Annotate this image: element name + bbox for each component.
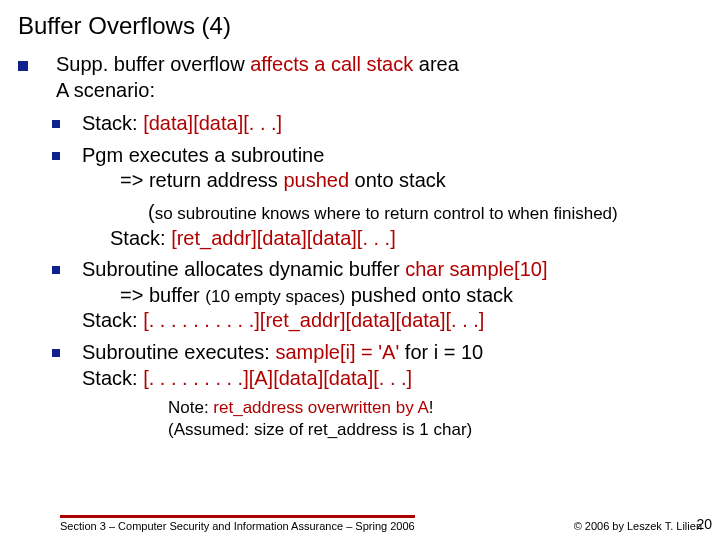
slide-body: Supp. buffer overflow affects a call sta… [18,52,702,441]
text: Stack: [82,367,143,389]
bullet-icon [18,61,28,71]
text-highlight: [ret_addr][data][data][. . .] [171,227,396,249]
text-highlight: affects a call stack [250,53,413,75]
footer-left: Section 3 – Computer Security and Inform… [60,515,415,532]
text-highlight: pushed [283,169,349,191]
text-highlight: [. . . . . . . . . .][ret_addr][data][da… [143,309,484,331]
text-small: (10 empty spaces) [205,287,345,306]
text: Stack: [82,309,143,331]
text: Pgm executes a subroutine [82,144,324,166]
text: Subroutine executes: [82,341,275,363]
text: Stack: [data][data][. . .] [82,111,702,137]
sub-item-2-cont: (so subroutine knows where to return con… [110,200,702,251]
text: A scenario: [56,79,155,101]
text: Pgm executes a subroutine => return addr… [82,143,702,194]
footer-inner: Section 3 – Computer Security and Inform… [60,515,702,532]
slide: Buffer Overflows (4) Supp. buffer overfl… [0,0,720,540]
text-highlight: char sample[10] [405,258,547,280]
slide-title: Buffer Overflows (4) [18,12,702,40]
sub-item-2: Pgm executes a subroutine => return addr… [52,143,702,194]
text: Supp. buffer overflow [56,53,250,75]
text-highlight: sample[i] = 'A' [275,341,399,363]
text-highlight: [data][data][. . .] [143,112,282,134]
text: Subroutine executes: sample[i] = 'A' for… [82,340,702,391]
note-block: Note: ret_address overwritten by A! (Ass… [168,397,702,441]
text: Subroutine allocates dynamic buffer [82,258,405,280]
bullet-icon [52,349,60,357]
sub-item-4: Subroutine executes: sample[i] = 'A' for… [52,340,702,391]
sub-item-3: Subroutine allocates dynamic buffer char… [52,257,702,334]
text-highlight: ret_address overwritten by A [213,398,428,417]
text: => return address [120,169,283,191]
bullet-icon [52,120,60,128]
text-highlight: [. . . . . . . . .][A][data][data][. . .… [143,367,412,389]
page-number: 20 [696,516,712,532]
sub-item-1: Stack: [data][data][. . .] [52,111,702,137]
text: Stack: [82,112,143,134]
intro-text: Supp. buffer overflow affects a call sta… [56,52,702,103]
text: Note: [168,398,213,417]
text: Stack: [110,227,171,249]
footer-right: © 2006 by Leszek T. Lilien [574,520,702,532]
footer: Section 3 – Computer Security and Inform… [0,515,720,532]
text: pushed onto stack [345,284,513,306]
bullet-icon [52,152,60,160]
text: (Assumed: size of ret_address is 1 char) [168,420,472,439]
intro-item: Supp. buffer overflow affects a call sta… [18,52,702,103]
bullet-icon [52,266,60,274]
text: ! [429,398,434,417]
text: Subroutine allocates dynamic buffer char… [82,257,702,334]
text: area [413,53,459,75]
text-small: so subroutine knows where to return cont… [155,204,618,223]
text: => buffer [120,284,205,306]
text: ( [148,201,155,223]
text: onto stack [349,169,446,191]
text: for i = 10 [399,341,483,363]
